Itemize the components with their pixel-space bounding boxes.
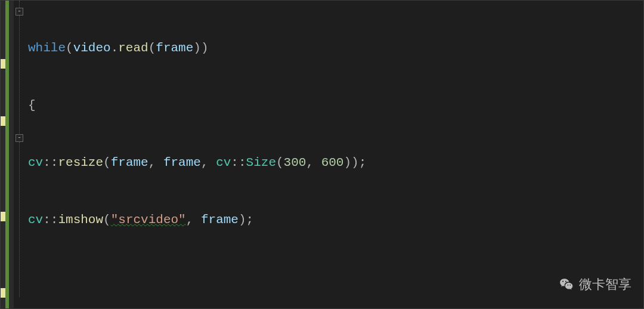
code-line: { [28, 96, 643, 115]
code-line: cv::resize(frame, frame, cv::Size(300, 6… [28, 153, 643, 172]
gutter-change-bar [5, 1, 9, 308]
code-line: while (video.read(frame)) [28, 39, 643, 58]
namespace: cv [28, 211, 43, 230]
watermark-text: 微卡智享 [579, 275, 631, 294]
namespace: cv [28, 153, 43, 172]
gutter-mark [1, 288, 5, 298]
keyword: while [28, 39, 66, 58]
number: 600 [321, 153, 344, 172]
function: read [118, 39, 148, 58]
gutter [1, 1, 14, 308]
identifier: frame [201, 211, 239, 230]
identifier: frame [156, 39, 193, 58]
code-line [28, 268, 643, 287]
gutter-mark [1, 59, 5, 69]
watermark: 微卡智享 [559, 275, 631, 294]
namespace: cv [216, 153, 231, 172]
wechat-icon [559, 277, 574, 292]
string-literal: "srcvideo" [111, 211, 186, 230]
brace: { [28, 96, 36, 115]
class: Size [246, 153, 276, 172]
function: imshow [58, 211, 103, 230]
fold-guide [19, 16, 20, 135]
fold-toggle-icon[interactable]: - [16, 134, 23, 142]
gutter-mark [1, 116, 5, 126]
code-editor[interactable]: - - while (video.read(frame)) { cv::resi… [0, 0, 644, 309]
fold-column: - - [14, 1, 26, 308]
gutter-mark [1, 212, 5, 221]
fold-guide [19, 142, 20, 297]
function: resize [58, 153, 103, 172]
code-area[interactable]: while (video.read(frame)) { cv::resize(f… [28, 1, 643, 308]
identifier: frame [163, 153, 201, 172]
identifier: video [73, 39, 111, 58]
number: 300 [284, 153, 306, 172]
identifier: frame [111, 153, 148, 172]
fold-toggle-icon[interactable]: - [16, 8, 23, 16]
code-line: cv::imshow("srcvideo", frame); [28, 211, 643, 230]
